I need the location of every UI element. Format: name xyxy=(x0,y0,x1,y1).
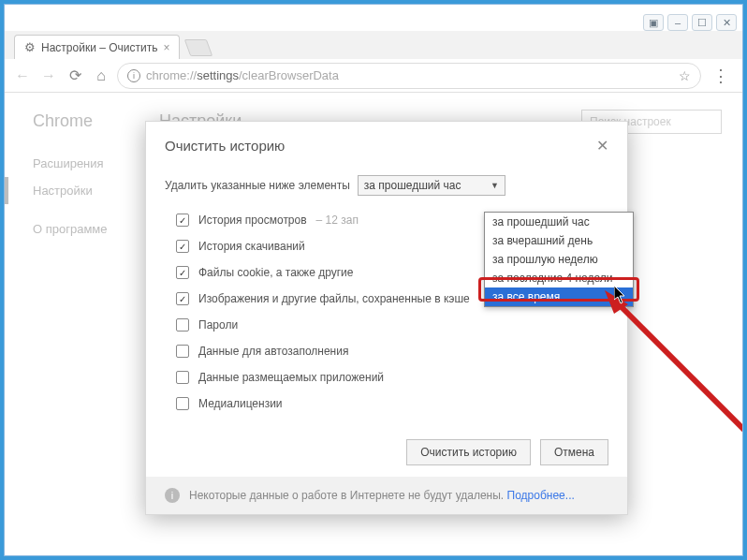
minimize-button[interactable]: – xyxy=(667,14,688,31)
clear-data-dialog: Очистить историю ✕ Удалить указанные ниж… xyxy=(145,121,628,515)
gear-icon: ⚙ xyxy=(24,40,36,54)
dialog-title: Очистить историю xyxy=(165,138,285,154)
checkbox-label: Файлы cookie, а также другие xyxy=(198,266,353,279)
browser-tab[interactable]: ⚙ Настройки – Очистить × xyxy=(14,35,180,59)
user-button[interactable]: ▣ xyxy=(643,14,664,31)
time-range-select[interactable]: за прошедший час ▼ xyxy=(358,175,505,196)
page-content: Chrome Расширения Настройки О программе … xyxy=(5,93,742,556)
checkbox-row: Медиалицензии xyxy=(165,391,608,417)
checkbox-label: Данные для автозаполнения xyxy=(198,345,348,358)
checkbox-label: Изображения и другие файлы, сохраненные … xyxy=(198,292,470,305)
dropdown-option[interactable]: за прошлую неделю xyxy=(485,250,633,269)
toolbar: ← → ⟳ ⌂ i chrome://settings/clearBrowser… xyxy=(5,59,742,93)
clear-button[interactable]: Очистить историю xyxy=(406,439,531,465)
info-text: Некоторые данные о работе в Интернете не… xyxy=(189,489,504,502)
checkbox[interactable]: ✓ xyxy=(176,214,189,227)
checkbox-row: Данные размещаемых приложений xyxy=(165,364,608,391)
delete-label: Удалить указанные ниже элементы xyxy=(165,179,350,192)
tab-title: Настройки – Очистить xyxy=(41,41,157,54)
os-titlebar: ▣ – ☐ ✕ xyxy=(5,5,742,31)
info-icon: i xyxy=(165,488,180,503)
checkbox[interactable] xyxy=(176,345,189,358)
chevron-down-icon: ▼ xyxy=(491,181,499,190)
select-value: за прошедший час xyxy=(364,179,461,192)
dropdown-option[interactable]: за прошедший час xyxy=(485,213,633,231)
checkbox-row: Пароли xyxy=(165,312,608,338)
maximize-button[interactable]: ☐ xyxy=(692,14,712,31)
time-range-dropdown: за прошедший часза вчерашний деньза прош… xyxy=(484,212,634,307)
home-button[interactable]: ⌂ xyxy=(91,66,111,86)
reload-button[interactable]: ⟳ xyxy=(65,66,85,86)
checkbox[interactable] xyxy=(176,397,189,410)
close-window-button[interactable]: ✕ xyxy=(716,14,737,31)
checkbox[interactable] xyxy=(176,371,189,384)
learn-more-link[interactable]: Подробнее... xyxy=(507,489,575,502)
checkbox-label: Пароли xyxy=(198,318,238,332)
dropdown-option[interactable]: за последние 4 недели xyxy=(485,269,633,287)
checkbox-label: Данные размещаемых приложений xyxy=(198,371,384,384)
checkbox-row: Данные для автозаполнения xyxy=(165,338,608,364)
checkbox-label: История скачиваний xyxy=(198,240,305,253)
cancel-button[interactable]: Отмена xyxy=(540,439,608,465)
checkbox-meta: – 12 зап xyxy=(316,214,359,227)
back-button[interactable]: ← xyxy=(12,66,33,86)
new-tab-button[interactable] xyxy=(184,39,213,56)
dropdown-option[interactable]: за вчерашний день xyxy=(485,231,633,250)
tab-strip: ⚙ Настройки – Очистить × xyxy=(5,31,742,59)
dropdown-option[interactable]: за все время xyxy=(485,287,633,306)
forward-button[interactable]: → xyxy=(38,66,59,86)
address-bar[interactable]: i chrome://settings/clearBrowserData ☆ xyxy=(117,63,701,89)
checkbox-label: История просмотров xyxy=(198,214,307,227)
checkbox[interactable]: ✓ xyxy=(176,292,189,305)
tab-close-icon[interactable]: × xyxy=(163,41,169,54)
checkbox[interactable] xyxy=(176,318,189,332)
dialog-infobar: i Некоторые данные о работе в Интернете … xyxy=(146,477,627,514)
site-info-icon[interactable]: i xyxy=(127,69,140,82)
url: chrome://settings/clearBrowserData xyxy=(146,68,339,82)
chrome-menu-icon[interactable]: ⋮ xyxy=(707,66,735,86)
checkbox-label: Медиалицензии xyxy=(198,397,283,410)
checkbox[interactable]: ✓ xyxy=(176,266,189,279)
dialog-close-icon[interactable]: ✕ xyxy=(596,137,608,155)
checkbox[interactable]: ✓ xyxy=(176,240,189,253)
browser-window: ▣ – ☐ ✕ ⚙ Настройки – Очистить × ← → ⟳ ⌂… xyxy=(4,4,743,556)
bookmark-star-icon[interactable]: ☆ xyxy=(679,68,691,83)
